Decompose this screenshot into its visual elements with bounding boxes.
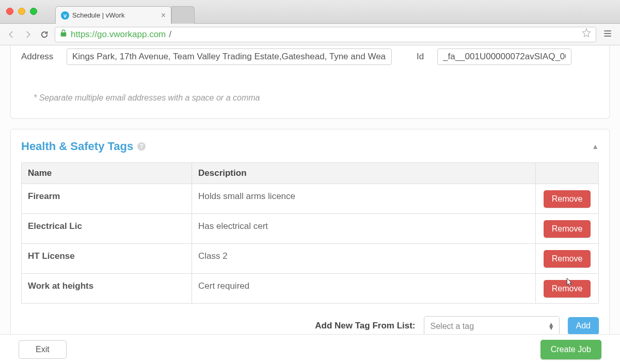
- add-tag-row: Add New Tag From List: Select a tag ▲▼ A…: [21, 316, 599, 334]
- reload-button[interactable]: [38, 28, 51, 41]
- tag-name: Electrical Lic: [22, 214, 192, 244]
- url-path: /: [169, 29, 171, 40]
- section-title-text: Health & Safety Tags: [21, 140, 133, 153]
- browser-menu-icon[interactable]: [600, 28, 615, 41]
- id-label: Id: [417, 52, 427, 62]
- add-tag-label: Add New Tag From List:: [315, 321, 415, 331]
- add-button[interactable]: Add: [568, 317, 599, 334]
- tag-select[interactable]: Select a tag: [424, 316, 560, 334]
- table-row: Electrical Lic Has electrical cert Remov…: [22, 214, 599, 244]
- details-panel: Address Id * Separate multiple email add…: [10, 45, 610, 119]
- col-description: Description: [192, 163, 536, 184]
- create-job-button[interactable]: Create Job: [540, 340, 601, 359]
- forward-button[interactable]: [22, 28, 34, 41]
- remove-button[interactable]: Remove: [544, 220, 591, 238]
- exit-button[interactable]: Exit: [19, 340, 67, 359]
- col-action: [536, 163, 599, 184]
- tag-description: Has electrical cert: [192, 214, 536, 244]
- tag-description: Holds small arms licence: [192, 184, 536, 214]
- address-input[interactable]: [67, 48, 392, 65]
- browser-toolbar: https://go.vworkapp.com/: [0, 24, 620, 45]
- help-icon[interactable]: ?: [137, 142, 146, 151]
- health-safety-panel: Health & Safety Tags ? ▲ Name Descriptio…: [10, 129, 610, 334]
- tag-name: Firearm: [22, 184, 192, 214]
- address-row: Address Id: [21, 45, 599, 65]
- browser-tab-strip: v Schedule | vWork ×: [0, 0, 620, 24]
- id-input[interactable]: [437, 48, 571, 65]
- remove-button[interactable]: Remove: [544, 190, 591, 208]
- browser-tab[interactable]: v Schedule | vWork ×: [55, 6, 171, 24]
- section-title: Health & Safety Tags ?: [21, 140, 146, 153]
- tag-description: Cert required: [192, 274, 536, 304]
- tag-description: Class 2: [192, 244, 536, 274]
- remove-button[interactable]: Remove: [544, 280, 591, 297]
- bookmark-star-icon[interactable]: [581, 28, 592, 41]
- collapse-caret-icon[interactable]: ▲: [592, 142, 599, 151]
- table-row: HT License Class 2 Remove: [22, 244, 599, 274]
- new-tab-button[interactable]: [171, 6, 195, 24]
- tab-favicon-icon: v: [61, 11, 69, 20]
- table-row: Firearm Holds small arms licence Remove: [22, 184, 599, 214]
- table-header-row: Name Description: [22, 163, 599, 184]
- table-row: Work at heights Cert required Remove: [22, 274, 599, 304]
- tab-close-icon[interactable]: ×: [161, 11, 166, 20]
- back-button[interactable]: [5, 28, 18, 41]
- address-bar[interactable]: https://go.vworkapp.com/: [55, 27, 596, 42]
- page-content: Address Id * Separate multiple email add…: [0, 45, 620, 334]
- tag-name: HT License: [22, 244, 192, 274]
- window-zoom-icon[interactable]: [30, 8, 37, 15]
- remove-button[interactable]: Remove: [544, 250, 591, 268]
- address-label: Address: [21, 52, 56, 62]
- tab-title: Schedule | vWork: [72, 11, 158, 19]
- col-name: Name: [22, 163, 192, 184]
- footer-bar: Exit Create Job: [0, 334, 620, 364]
- lock-icon: [59, 29, 68, 40]
- tag-name: Work at heights: [22, 274, 192, 304]
- window-controls: [6, 8, 37, 15]
- window-close-icon[interactable]: [6, 8, 13, 15]
- tags-table: Name Description Firearm Holds small arm…: [21, 162, 599, 304]
- url-host: https://go.vworkapp.com: [71, 29, 166, 40]
- window-minimize-icon[interactable]: [18, 8, 25, 15]
- email-helper-text: * Separate multiple email addresses with…: [34, 93, 599, 103]
- tag-select-wrap: Select a tag ▲▼: [424, 316, 560, 334]
